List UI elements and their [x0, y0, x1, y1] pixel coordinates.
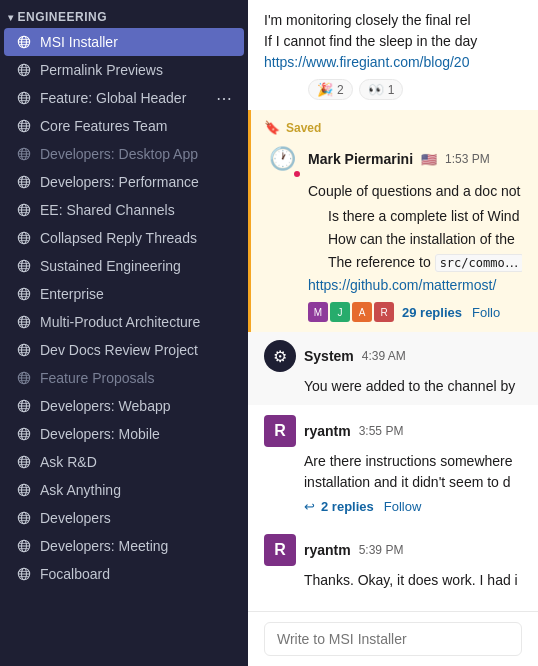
- chat-messages: I'm monitoring closely the final rel If …: [248, 0, 538, 611]
- sidebar-item-feature-proposals[interactable]: Feature Proposals: [4, 364, 244, 392]
- sidebar-item-label-developers-webapp: Developers: Webapp: [40, 398, 232, 414]
- list-item-1: Is there a complete list of Wind: [328, 206, 522, 227]
- system-avatar: ⚙: [264, 340, 296, 372]
- sidebar-item-sustained-engineering[interactable]: Sustained Engineering: [4, 252, 244, 280]
- reaction-party-count: 2: [337, 83, 344, 97]
- reply-bar-mark[interactable]: M J A R 29 replies Follo: [308, 302, 522, 322]
- sidebar-item-label-developers-mobile: Developers: Mobile: [40, 426, 232, 442]
- sidebar-item-permalink-previews[interactable]: Permalink Previews: [4, 56, 244, 84]
- globe-icon-collapsed-reply-threads: [16, 230, 32, 246]
- globe-icon-ask-rd: [16, 454, 32, 470]
- reply-avatars: M J A R: [308, 302, 396, 322]
- globe-icon-developers: [16, 510, 32, 526]
- sidebar-item-developers-mobile[interactable]: Developers: Mobile: [4, 420, 244, 448]
- sidebar-item-developers-meeting[interactable]: Developers: Meeting: [4, 532, 244, 560]
- sidebar-item-ask-rd[interactable]: Ask R&D: [4, 448, 244, 476]
- system-time: 4:39 AM: [362, 349, 406, 363]
- ryantm2-body: Thanks. Okay, it does work. I had i: [304, 570, 522, 591]
- mark-avatar: 🕐: [264, 141, 300, 177]
- globe-icon-feature-proposals: [16, 370, 32, 386]
- sidebar-item-focalboard[interactable]: Focalboard: [4, 560, 244, 588]
- reaction-party-emoji: 🎉: [317, 82, 333, 97]
- ryantm2-name: ryantm: [304, 542, 351, 558]
- sidebar-item-ask-anything[interactable]: Ask Anything: [4, 476, 244, 504]
- reply-icon: ↩: [304, 499, 315, 514]
- top-message-link[interactable]: https://www.firegiant.com/blog/20: [264, 54, 469, 70]
- ryantm-avatar-2: R: [264, 534, 296, 566]
- saved-msg-header: 🕐 Mark Piermarini 🇺🇸 1:53 PM: [264, 141, 522, 177]
- reaction-eyes-count: 1: [388, 83, 395, 97]
- reaction-eyes-emoji: 👀: [368, 82, 384, 97]
- ryantm1-reply-bar[interactable]: ↩ 2 replies Follow: [304, 499, 522, 514]
- status-dot: [292, 169, 302, 179]
- sidebar-items-list: MSI InstallerPermalink PreviewsFeature: …: [0, 28, 248, 588]
- saved-label: Saved: [286, 121, 321, 135]
- sidebar-item-label-developers-performance: Developers: Performance: [40, 174, 232, 190]
- globe-icon-permalink-previews: [16, 62, 32, 78]
- globe-icon-core-features-team: [16, 118, 32, 134]
- globe-icon-developers-meeting: [16, 538, 32, 554]
- saved-message-block: 🔖 Saved 🕐 Mark Piermarini 🇺🇸 1:53 PM Cou…: [248, 110, 538, 332]
- system-msg-text: You were added to the channel by: [304, 376, 522, 397]
- sidebar-item-label-sustained-engineering: Sustained Engineering: [40, 258, 232, 274]
- sidebar-item-multi-product-architecture[interactable]: Multi-Product Architecture: [4, 308, 244, 336]
- reply-count: 29 replies: [402, 305, 462, 320]
- list-item-2: How can the installation of the: [328, 229, 522, 250]
- github-link[interactable]: https://github.com/mattermost/: [308, 277, 496, 293]
- bookmark-icon: 🔖: [264, 120, 280, 135]
- globe-icon-multi-product-architecture: [16, 314, 32, 330]
- sidebar-item-label-ask-rd: Ask R&D: [40, 454, 232, 470]
- ryantm1-header: R ryantm 3:55 PM: [264, 415, 522, 447]
- globe-icon-developers-webapp: [16, 398, 32, 414]
- globe-icon-focalboard: [16, 566, 32, 582]
- reactions-row: 🎉 2 👀 1: [308, 79, 522, 100]
- sidebar-item-developers-performance[interactable]: Developers: Performance: [4, 168, 244, 196]
- ryantm-avatar-1: R: [264, 415, 296, 447]
- sidebar-item-label-developers-meeting: Developers: Meeting: [40, 538, 232, 554]
- code-snippet: src/common/: [435, 254, 522, 272]
- system-message-block: ⚙ System 4:39 AM You were added to the c…: [248, 332, 538, 405]
- globe-icon-msi-installer: [16, 34, 32, 50]
- section-header-engineering[interactable]: ▾ Engineering: [0, 0, 248, 28]
- sidebar-item-enterprise[interactable]: Enterprise: [4, 280, 244, 308]
- message-input[interactable]: [264, 622, 522, 656]
- flag-emoji: 🇺🇸: [421, 152, 437, 167]
- sidebar-item-feature-global-header[interactable]: Feature: Global Header⋯: [4, 84, 244, 112]
- sidebar-item-label-dev-docs-review-project: Dev Docs Review Project: [40, 342, 232, 358]
- ryantm-message1-block: R ryantm 3:55 PM Are there instructions …: [248, 405, 538, 524]
- saved-banner: 🔖 Saved: [264, 120, 522, 135]
- sidebar-item-developers-desktop-app[interactable]: Developers: Desktop App: [4, 140, 244, 168]
- reply-avatar-1: M: [308, 302, 328, 322]
- globe-icon-developers-performance: [16, 174, 32, 190]
- ryantm1-name: ryantm: [304, 423, 351, 439]
- reply-avatar-2: J: [330, 302, 350, 322]
- sidebar-item-label-focalboard: Focalboard: [40, 566, 232, 582]
- globe-icon-sustained-engineering: [16, 258, 32, 274]
- system-label: System: [304, 348, 354, 364]
- sidebar-item-ee-shared-channels[interactable]: EE: Shared Channels: [4, 196, 244, 224]
- sidebar-item-developers[interactable]: Developers: [4, 504, 244, 532]
- reaction-eyes[interactable]: 👀 1: [359, 79, 404, 100]
- item-options-feature-global-header[interactable]: ⋯: [216, 89, 232, 108]
- sidebar-item-dev-docs-review-project[interactable]: Dev Docs Review Project: [4, 336, 244, 364]
- globe-icon-ask-anything: [16, 482, 32, 498]
- sidebar-item-core-features-team[interactable]: Core Features Team: [4, 112, 244, 140]
- ryantm1-time: 3:55 PM: [359, 424, 404, 438]
- input-area: [248, 611, 538, 666]
- globe-icon-dev-docs-review-project: [16, 342, 32, 358]
- saved-msg-list: Is there a complete list of Wind How can…: [308, 206, 522, 273]
- ryantm1-follow[interactable]: Follow: [384, 499, 422, 514]
- globe-icon-ee-shared-channels: [16, 202, 32, 218]
- sidebar-item-developers-webapp[interactable]: Developers: Webapp: [4, 392, 244, 420]
- sidebar-item-collapsed-reply-threads[interactable]: Collapsed Reply Threads: [4, 224, 244, 252]
- sidebar-item-label-collapsed-reply-threads: Collapsed Reply Threads: [40, 230, 232, 246]
- reaction-party[interactable]: 🎉 2: [308, 79, 353, 100]
- follow-button[interactable]: Follo: [472, 305, 500, 320]
- ryantm1-body: Are there instructions somewhere install…: [304, 451, 522, 493]
- section-label: Engineering: [18, 10, 108, 24]
- list-item-3: The reference to src/common/: [328, 252, 522, 273]
- ryantm1-reply-count: 2 replies: [321, 499, 374, 514]
- sidebar-item-label-ask-anything: Ask Anything: [40, 482, 232, 498]
- top-message: I'm monitoring closely the final rel If …: [248, 0, 538, 110]
- sidebar-item-msi-installer[interactable]: MSI Installer: [4, 28, 244, 56]
